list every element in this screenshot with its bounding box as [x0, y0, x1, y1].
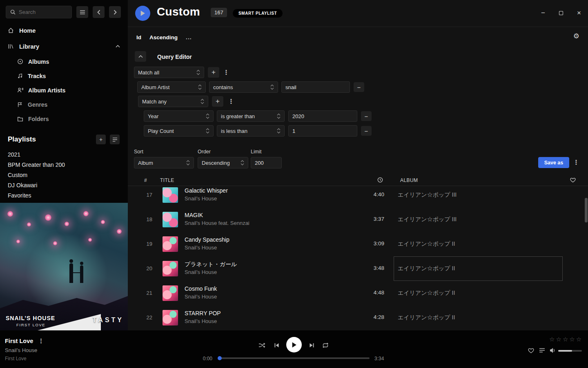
sort-select[interactable]: Album: [134, 157, 194, 168]
duration-column-icon[interactable]: [377, 177, 383, 184]
manage-playlists-button[interactable]: [110, 135, 120, 144]
minus-icon: −: [365, 113, 368, 120]
order-value: Descending: [202, 160, 238, 166]
maximize-button[interactable]: [556, 8, 566, 18]
column-header-title[interactable]: TITLE: [160, 177, 174, 183]
volume-button[interactable]: [548, 346, 557, 355]
rule-operator-select[interactable]: is less than: [217, 125, 285, 137]
rule-field-select[interactable]: Album Artist: [137, 81, 206, 93]
previous-button[interactable]: [272, 340, 281, 350]
track-artist: Snail’s House: [185, 195, 217, 202]
favorite-button[interactable]: [526, 346, 535, 355]
search-box[interactable]: [6, 6, 72, 18]
playlist-item-favorites[interactable]: Favorites: [0, 190, 128, 200]
rule-operator-select[interactable]: is greater than: [217, 110, 285, 122]
sidebar-item-genres[interactable]: Genres: [0, 97, 128, 112]
track-album: エイリアン☆ポップ II: [398, 265, 455, 272]
repeat-icon: [322, 343, 329, 348]
now-playing-album[interactable]: First Love: [5, 356, 27, 361]
rule-operator-select[interactable]: contains: [209, 81, 278, 93]
sidebar-item-albums[interactable]: Albums: [0, 54, 128, 69]
menu-button[interactable]: [76, 6, 88, 18]
sort-field-control[interactable]: Id: [136, 34, 141, 40]
more-options-icon[interactable]: ...: [186, 34, 192, 40]
playlist-item-dj-okawari[interactable]: DJ Okawari: [0, 180, 128, 190]
queue-button[interactable]: [537, 346, 546, 355]
track-duration: 4:40: [356, 191, 384, 197]
track-row[interactable]: 17 Galactic Whisper Snail’s House 4:40 エ…: [128, 186, 588, 207]
play-playlist-button[interactable]: [135, 6, 150, 21]
limit-label: Limit: [251, 149, 261, 155]
shuffle-button[interactable]: [257, 340, 267, 350]
next-button[interactable]: [307, 340, 316, 350]
playlist-item-bpm[interactable]: BPM Greater than 200: [0, 159, 128, 170]
match-all-select[interactable]: Match all: [134, 67, 204, 78]
scrollbar-thumb[interactable]: [585, 198, 588, 222]
track-row[interactable]: 19 Candy Spaceship Snail’s House 3:09 エイ…: [128, 232, 588, 256]
rule-value-input[interactable]: [288, 125, 357, 137]
track-row[interactable]: 20 プラネット・ガール Snail’s House 3:48 エイリアン☆ポッ…: [128, 256, 588, 281]
chevron-up-icon[interactable]: [116, 45, 120, 48]
playlist-label: Custom: [8, 172, 27, 178]
star-icon[interactable]: ☆: [569, 336, 575, 343]
rule-field-select[interactable]: Year: [144, 110, 214, 122]
order-select[interactable]: Descending: [198, 157, 248, 168]
rule-field-select[interactable]: Play Count: [144, 125, 214, 137]
star-icon[interactable]: ☆: [556, 336, 561, 343]
remove-rule-button[interactable]: −: [354, 82, 364, 92]
save-as-button[interactable]: Save as: [538, 157, 569, 168]
settings-button[interactable]: ⚙: [573, 32, 579, 40]
track-number: 22: [139, 314, 152, 321]
sort-direction-control[interactable]: Ascending: [149, 34, 178, 40]
sidebar-item-folders[interactable]: Folders: [0, 112, 128, 126]
star-icon[interactable]: ☆: [563, 336, 568, 343]
remove-rule-button[interactable]: −: [361, 126, 372, 136]
remove-rule-button[interactable]: −: [361, 111, 372, 121]
now-playing-artist[interactable]: Snail’s House: [5, 347, 37, 353]
query-editor-collapse-button[interactable]: [135, 51, 146, 62]
nav-forward-button[interactable]: [109, 6, 121, 18]
add-rule-button[interactable]: +: [208, 67, 219, 78]
nav-back-button[interactable]: [93, 6, 105, 18]
sidebar-item-home[interactable]: Home: [0, 22, 128, 38]
rule-value-input[interactable]: [281, 81, 350, 93]
minimize-button[interactable]: −: [538, 8, 548, 18]
volume-slider[interactable]: [558, 350, 582, 352]
limit-input[interactable]: [251, 157, 282, 168]
sidebar-item-album-artists[interactable]: Album Artists: [0, 83, 128, 97]
group-menu-button[interactable]: ⋮: [228, 96, 234, 107]
next-icon: [309, 343, 314, 348]
match-any-select[interactable]: Match any: [138, 96, 208, 107]
sidebar: Home Library Albums: [0, 0, 128, 330]
sidebar-item-tracks[interactable]: Tracks: [0, 69, 128, 83]
rule-value-input[interactable]: [288, 110, 357, 122]
library-label: Library: [19, 43, 39, 50]
seek-bar[interactable]: [218, 357, 370, 359]
repeat-button[interactable]: [321, 340, 330, 350]
plus-icon: +: [216, 97, 220, 105]
playlist-item-custom[interactable]: Custom: [0, 170, 128, 180]
save-menu-button[interactable]: ⋮: [573, 157, 579, 168]
playlist-item-2021[interactable]: 2021: [0, 149, 128, 159]
home-icon: [8, 27, 14, 34]
track-menu-icon[interactable]: ⋮: [38, 338, 44, 344]
add-rule-button[interactable]: +: [212, 96, 223, 107]
track-number: 20: [139, 265, 152, 272]
seek-handle[interactable]: [218, 356, 222, 360]
column-header-index[interactable]: #: [144, 177, 147, 183]
add-playlist-button[interactable]: +: [96, 135, 106, 144]
star-icon[interactable]: ☆: [549, 336, 555, 343]
star-icon[interactable]: ☆: [576, 336, 581, 343]
search-input[interactable]: [19, 9, 67, 15]
track-row[interactable]: 22 STARRY POP Snail’s House 4:28 エイリアン☆ポ…: [128, 305, 588, 330]
group-menu-button[interactable]: ⋮: [223, 67, 229, 78]
track-duration: 3:37: [356, 216, 384, 222]
favorite-column-icon[interactable]: [570, 177, 576, 184]
sidebar-item-library[interactable]: Library: [0, 38, 128, 54]
column-header-album[interactable]: ALBUM: [400, 177, 418, 183]
track-row[interactable]: 21 Cosmo Funk Snail’s House 4:48 エイリアン☆ポ…: [128, 281, 588, 305]
track-row[interactable]: 18 MAGIK Snail’s House feat. Sennzai 3:3…: [128, 207, 588, 232]
close-button[interactable]: ×: [574, 8, 584, 18]
play-pause-button[interactable]: [286, 337, 302, 352]
playlist-label: DJ Okawari: [8, 182, 37, 188]
